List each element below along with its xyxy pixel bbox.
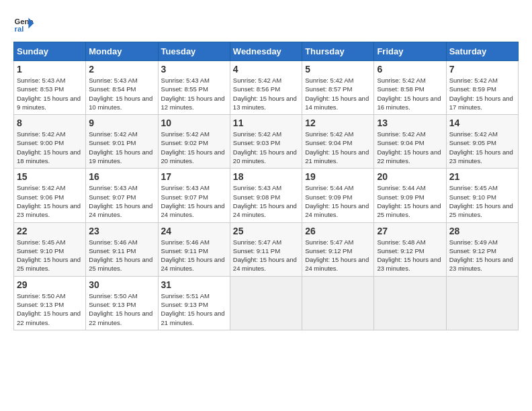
day-number: 15 bbox=[17, 171, 83, 182]
calendar-cell: 25Sunrise: 5:47 AMSunset: 9:11 PMDayligh… bbox=[230, 222, 302, 276]
logo: Gene ral bbox=[13, 13, 38, 35]
calendar-cell: 27Sunrise: 5:48 AMSunset: 9:12 PMDayligh… bbox=[374, 222, 446, 276]
calendar-cell bbox=[302, 276, 374, 330]
day-number: 9 bbox=[89, 118, 154, 128]
calendar-cell: 20Sunrise: 5:44 AMSunset: 9:09 PMDayligh… bbox=[374, 169, 446, 222]
svg-text:ral: ral bbox=[15, 25, 24, 33]
calendar-cell: 16Sunrise: 5:43 AMSunset: 9:07 PMDayligh… bbox=[86, 169, 158, 222]
day-info: Sunrise: 5:46 AMSunset: 9:11 PMDaylight:… bbox=[89, 238, 154, 273]
day-number: 22 bbox=[17, 226, 83, 236]
day-number: 16 bbox=[89, 171, 154, 182]
day-info: Sunrise: 5:46 AMSunset: 9:11 PMDaylight:… bbox=[161, 238, 227, 273]
day-info: Sunrise: 5:44 AMSunset: 9:09 PMDaylight:… bbox=[305, 183, 371, 219]
day-info: Sunrise: 5:42 AMSunset: 8:59 PMDaylight:… bbox=[449, 76, 515, 111]
day-number: 19 bbox=[305, 171, 371, 182]
calendar-cell: 17Sunrise: 5:43 AMSunset: 9:07 PMDayligh… bbox=[158, 169, 230, 222]
day-header-wednesday: Wednesday bbox=[230, 42, 302, 61]
calendar-cell: 30Sunrise: 5:50 AMSunset: 9:13 PMDayligh… bbox=[86, 276, 158, 330]
day-info: Sunrise: 5:42 AMSunset: 8:57 PMDaylight:… bbox=[305, 76, 371, 111]
day-info: Sunrise: 5:43 AMSunset: 9:07 PMDaylight:… bbox=[89, 183, 154, 219]
day-info: Sunrise: 5:42 AMSunset: 8:58 PMDaylight:… bbox=[377, 76, 443, 111]
calendar-cell: 11Sunrise: 5:42 AMSunset: 9:03 PMDayligh… bbox=[230, 115, 302, 169]
day-info: Sunrise: 5:42 AMSunset: 9:03 PMDaylight:… bbox=[233, 130, 299, 165]
calendar-cell: 12Sunrise: 5:42 AMSunset: 9:04 PMDayligh… bbox=[302, 115, 374, 169]
calendar-cell bbox=[446, 276, 518, 330]
day-info: Sunrise: 5:43 AMSunset: 8:55 PMDaylight:… bbox=[161, 76, 227, 111]
day-number: 17 bbox=[161, 171, 227, 182]
logo-icon: Gene ral bbox=[13, 13, 35, 35]
day-number: 10 bbox=[161, 118, 227, 128]
calendar-cell: 31Sunrise: 5:51 AMSunset: 9:13 PMDayligh… bbox=[158, 276, 230, 330]
day-info: Sunrise: 5:42 AMSunset: 9:01 PMDaylight:… bbox=[89, 130, 154, 165]
day-header-saturday: Saturday bbox=[446, 42, 518, 61]
calendar-cell: 2Sunrise: 5:43 AMSunset: 8:54 PMDaylight… bbox=[86, 61, 158, 115]
day-number: 4 bbox=[233, 64, 299, 75]
calendar-cell: 7Sunrise: 5:42 AMSunset: 8:59 PMDaylight… bbox=[446, 61, 518, 115]
calendar-cell: 1Sunrise: 5:43 AMSunset: 8:53 PMDaylight… bbox=[14, 61, 86, 115]
day-number: 27 bbox=[377, 226, 443, 236]
day-header-tuesday: Tuesday bbox=[158, 42, 230, 61]
day-info: Sunrise: 5:42 AMSunset: 9:05 PMDaylight:… bbox=[449, 130, 515, 165]
day-header-friday: Friday bbox=[374, 42, 446, 61]
day-number: 6 bbox=[377, 64, 443, 75]
day-number: 14 bbox=[449, 118, 515, 128]
calendar-cell: 23Sunrise: 5:46 AMSunset: 9:11 PMDayligh… bbox=[86, 222, 158, 276]
day-info: Sunrise: 5:44 AMSunset: 9:09 PMDaylight:… bbox=[377, 183, 443, 219]
calendar-cell: 21Sunrise: 5:45 AMSunset: 9:10 PMDayligh… bbox=[446, 169, 518, 222]
calendar-cell: 4Sunrise: 5:42 AMSunset: 8:56 PMDaylight… bbox=[230, 61, 302, 115]
day-info: Sunrise: 5:42 AMSunset: 9:04 PMDaylight:… bbox=[377, 130, 443, 165]
day-number: 21 bbox=[449, 171, 515, 182]
day-number: 23 bbox=[89, 226, 154, 236]
calendar-cell: 5Sunrise: 5:42 AMSunset: 8:57 PMDaylight… bbox=[302, 61, 374, 115]
calendar-cell bbox=[230, 276, 302, 330]
calendar-cell: 28Sunrise: 5:49 AMSunset: 9:12 PMDayligh… bbox=[446, 222, 518, 276]
calendar-cell: 15Sunrise: 5:42 AMSunset: 9:06 PMDayligh… bbox=[14, 169, 86, 222]
day-number: 31 bbox=[161, 279, 227, 290]
calendar-cell: 6Sunrise: 5:42 AMSunset: 8:58 PMDaylight… bbox=[374, 61, 446, 115]
day-info: Sunrise: 5:48 AMSunset: 9:12 PMDaylight:… bbox=[377, 238, 443, 273]
calendar-cell bbox=[374, 276, 446, 330]
day-info: Sunrise: 5:43 AMSunset: 8:53 PMDaylight:… bbox=[17, 76, 83, 111]
day-number: 25 bbox=[233, 226, 299, 236]
day-info: Sunrise: 5:47 AMSunset: 9:12 PMDaylight:… bbox=[305, 238, 371, 273]
day-number: 7 bbox=[449, 64, 515, 75]
calendar-cell: 24Sunrise: 5:46 AMSunset: 9:11 PMDayligh… bbox=[158, 222, 230, 276]
day-header-monday: Monday bbox=[86, 42, 158, 61]
day-number: 5 bbox=[305, 64, 371, 75]
day-number: 30 bbox=[89, 279, 154, 290]
day-number: 18 bbox=[233, 171, 299, 182]
calendar-cell: 14Sunrise: 5:42 AMSunset: 9:05 PMDayligh… bbox=[446, 115, 518, 169]
day-info: Sunrise: 5:50 AMSunset: 9:13 PMDaylight:… bbox=[89, 291, 154, 327]
day-number: 2 bbox=[89, 64, 154, 75]
calendar-cell: 9Sunrise: 5:42 AMSunset: 9:01 PMDaylight… bbox=[86, 115, 158, 169]
day-number: 29 bbox=[17, 279, 83, 290]
calendar-cell: 19Sunrise: 5:44 AMSunset: 9:09 PMDayligh… bbox=[302, 169, 374, 222]
day-info: Sunrise: 5:42 AMSunset: 9:04 PMDaylight:… bbox=[305, 130, 371, 165]
day-info: Sunrise: 5:42 AMSunset: 8:56 PMDaylight:… bbox=[233, 76, 299, 111]
day-info: Sunrise: 5:45 AMSunset: 9:10 PMDaylight:… bbox=[449, 183, 515, 219]
day-info: Sunrise: 5:43 AMSunset: 9:08 PMDaylight:… bbox=[233, 183, 299, 219]
day-info: Sunrise: 5:43 AMSunset: 8:54 PMDaylight:… bbox=[89, 76, 154, 111]
day-number: 24 bbox=[161, 226, 227, 236]
day-header-thursday: Thursday bbox=[302, 42, 374, 61]
calendar-cell: 10Sunrise: 5:42 AMSunset: 9:02 PMDayligh… bbox=[158, 115, 230, 169]
day-info: Sunrise: 5:49 AMSunset: 9:12 PMDaylight:… bbox=[449, 238, 515, 273]
calendar-cell: 18Sunrise: 5:43 AMSunset: 9:08 PMDayligh… bbox=[230, 169, 302, 222]
day-number: 13 bbox=[377, 118, 443, 128]
day-header-sunday: Sunday bbox=[14, 42, 86, 61]
day-number: 26 bbox=[305, 226, 371, 236]
day-number: 20 bbox=[377, 171, 443, 182]
calendar-cell: 26Sunrise: 5:47 AMSunset: 9:12 PMDayligh… bbox=[302, 222, 374, 276]
day-info: Sunrise: 5:50 AMSunset: 9:13 PMDaylight:… bbox=[17, 291, 83, 327]
day-info: Sunrise: 5:47 AMSunset: 9:11 PMDaylight:… bbox=[233, 238, 299, 273]
calendar-table: SundayMondayTuesdayWednesdayThursdayFrid… bbox=[13, 42, 519, 330]
day-number: 28 bbox=[449, 226, 515, 236]
calendar-cell: 29Sunrise: 5:50 AMSunset: 9:13 PMDayligh… bbox=[14, 276, 86, 330]
day-info: Sunrise: 5:51 AMSunset: 9:13 PMDaylight:… bbox=[161, 291, 227, 327]
day-info: Sunrise: 5:45 AMSunset: 9:10 PMDaylight:… bbox=[17, 238, 83, 273]
day-info: Sunrise: 5:43 AMSunset: 9:07 PMDaylight:… bbox=[161, 183, 227, 219]
day-number: 8 bbox=[17, 118, 83, 128]
calendar-cell: 22Sunrise: 5:45 AMSunset: 9:10 PMDayligh… bbox=[14, 222, 86, 276]
day-number: 3 bbox=[161, 64, 227, 75]
day-number: 1 bbox=[17, 64, 83, 75]
